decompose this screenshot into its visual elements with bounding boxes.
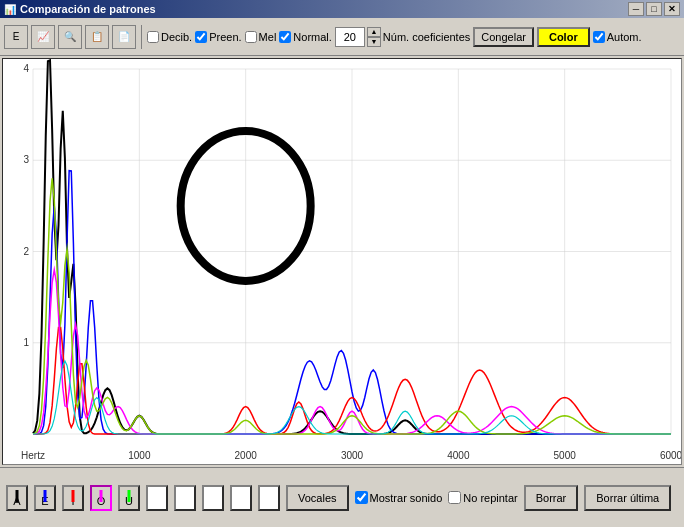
toolbar-btn-2[interactable]: 📈 (31, 25, 55, 49)
color-box-1[interactable] (146, 485, 168, 511)
show-sound-group: Mostrar sonido (355, 491, 443, 504)
color-box-4[interactable] (230, 485, 252, 511)
vocales-button[interactable]: Vocales (286, 485, 349, 511)
decib-group: Decib. (147, 31, 192, 43)
delete-button[interactable]: Borrar (524, 485, 579, 511)
no-reprint-checkbox[interactable] (448, 491, 461, 504)
normal-checkbox[interactable] (279, 31, 291, 43)
vowel-a-button[interactable]: A (6, 485, 28, 511)
normal-group: Normal. (279, 31, 332, 43)
mel-checkbox[interactable] (245, 31, 257, 43)
preen-label: Preen. (209, 31, 241, 43)
show-sound-label: Mostrar sonido (370, 492, 443, 504)
vowel-a-color (16, 490, 19, 502)
decib-label: Decib. (161, 31, 192, 43)
vowel-i-color (72, 490, 75, 502)
close-button[interactable]: ✕ (664, 2, 680, 16)
preen-checkbox[interactable] (195, 31, 207, 43)
vowel-e-color (44, 490, 47, 502)
auto-label: Autom. (607, 31, 642, 43)
mel-label: Mel (259, 31, 277, 43)
coef-spinner: ▲ ▼ Núm. coeficientes (335, 27, 470, 47)
preen-group: Preen. (195, 31, 241, 43)
color-box-5[interactable] (258, 485, 280, 511)
spin-down[interactable]: ▼ (367, 37, 381, 47)
delete-last-button[interactable]: Borrar última (584, 485, 671, 511)
title-bar: 📊 Comparación de patrones ─ □ ✕ (0, 0, 684, 18)
window-title: Comparación de patrones (20, 3, 156, 15)
bottom-panel: A E I O U Vocales Mostrar sonido (0, 467, 684, 527)
minimize-button[interactable]: ─ (628, 2, 644, 16)
separator-1 (141, 25, 142, 49)
color-button[interactable]: Color (537, 27, 590, 47)
normal-label: Normal. (293, 31, 332, 43)
toolbar-btn-4[interactable]: 📋 (85, 25, 109, 49)
vowel-u-color (128, 490, 131, 502)
maximize-button[interactable]: □ (646, 2, 662, 16)
color-box-2[interactable] (174, 485, 196, 511)
spectrum-chart (3, 59, 681, 464)
vowel-e-button[interactable]: E (34, 485, 56, 511)
e-button[interactable]: E (4, 25, 28, 49)
toolbar: E 📈 🔍 📋 📄 Decib. Preen. Mel Normal. ▲ ▼ … (0, 18, 684, 56)
show-sound-checkbox[interactable] (355, 491, 368, 504)
main-content: A E I O U Vocales Mostrar sonido (0, 56, 684, 527)
app-icon: 📊 (4, 4, 16, 15)
auto-checkbox[interactable] (593, 31, 605, 43)
freeze-button[interactable]: Congelar (473, 27, 534, 47)
spin-up[interactable]: ▲ (367, 27, 381, 37)
toolbar-btn-5[interactable]: 📄 (112, 25, 136, 49)
toolbar-btn-3[interactable]: 🔍 (58, 25, 82, 49)
no-reprint-group: No repintar (448, 491, 517, 504)
vowel-o-button[interactable]: O (90, 485, 112, 511)
vowel-i-button[interactable]: I (62, 485, 84, 511)
mel-group: Mel (245, 31, 277, 43)
coef-label: Núm. coeficientes (383, 31, 470, 43)
coef-input[interactable] (335, 27, 365, 47)
auto-group: Autom. (593, 31, 642, 43)
no-reprint-label: No repintar (463, 492, 517, 504)
color-box-3[interactable] (202, 485, 224, 511)
vowel-o-color (100, 490, 103, 502)
chart-area (2, 58, 682, 465)
vowel-u-button[interactable]: U (118, 485, 140, 511)
decib-checkbox[interactable] (147, 31, 159, 43)
